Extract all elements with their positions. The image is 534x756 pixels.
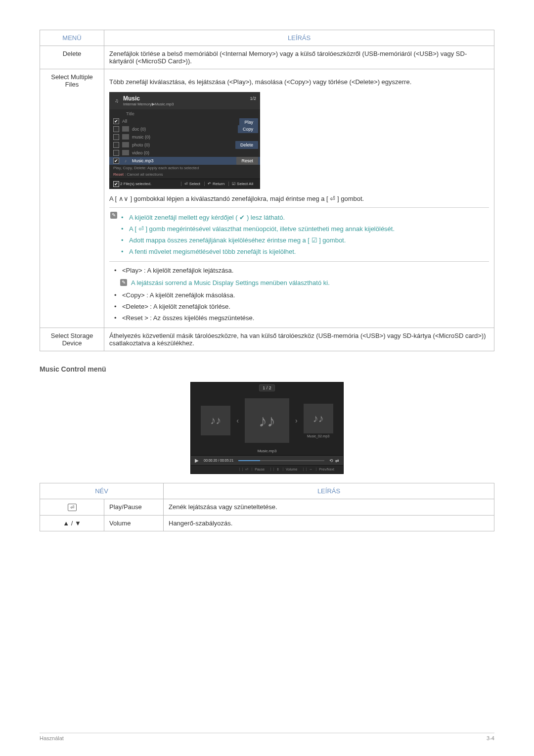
col-header-menu: MENÜ xyxy=(40,30,104,46)
checkbox-all[interactable] xyxy=(113,118,119,124)
checkbox-photo[interactable] xyxy=(113,142,119,148)
note-icon: ✎ xyxy=(120,279,127,286)
side-reset-button[interactable]: Reset xyxy=(236,157,258,165)
folder-icon xyxy=(122,134,129,140)
music-select-screenshot: ♫ Music Internal Memory▶Music.mp3 1/2 Ti… xyxy=(109,92,260,189)
row-select-storage-menu: Select Storage Device xyxy=(40,328,104,351)
player-carousel: ♪♪ ‹ ♪♪ › ♪♪ Music_02.mp3 xyxy=(191,393,343,446)
repeat-icon[interactable]: ⟲ xyxy=(329,458,333,463)
playpause-icon-cell: ⏎ xyxy=(40,499,104,516)
folder-icon xyxy=(122,150,129,155)
player-progress-bar: ▶ 00:00:20 / 00:05:21 ⟲ ⇄ xyxy=(191,455,343,465)
row-select-multiple-menu: Select Multiple Files xyxy=(40,69,104,328)
chevron-left-icon[interactable]: ‹ xyxy=(234,417,241,425)
file-music-row[interactable]: ♪ Music.mp3 Reset xyxy=(109,157,260,165)
teal-item-a: A kijelölt zenefájl mellett egy kérdőjel… xyxy=(121,212,489,223)
enter-icon: ⏎ xyxy=(184,182,188,186)
enter-icon: ⏎ xyxy=(242,468,251,471)
side-copy-button[interactable]: Copy xyxy=(238,125,258,133)
teal-item-c: Adott mappa összes zenefájljának kijelöl… xyxy=(121,235,489,246)
col-header-desc: LEÍRÁS xyxy=(104,30,494,46)
folder-photo-row[interactable]: photo (0) Delete xyxy=(109,141,260,149)
page-footer: Használat 3-4 xyxy=(40,733,494,741)
footer-right: 3-4 xyxy=(487,735,494,741)
folder-photo-label: photo (0) xyxy=(132,142,150,147)
action-bullets: <Play> : A kijelölt zenefájlok lejátszás… xyxy=(109,265,489,276)
current-thumb-col: ♪♪ xyxy=(245,398,289,443)
play-icon[interactable]: ▶ xyxy=(195,458,199,463)
screenshot-header: ♫ Music Internal Memory▶Music.mp3 1/2 xyxy=(109,92,260,109)
music-file-icon: ♪ xyxy=(122,158,129,163)
checkbox-file[interactable] xyxy=(113,158,119,164)
foot-check-icon xyxy=(113,181,119,187)
foot-select-all[interactable]: ☑Select All xyxy=(228,182,256,186)
foot-pause[interactable]: ⏎ Pause xyxy=(239,468,269,471)
menu-description-table: MENÜ LEÍRÁS Delete Zenefájlok törlése a … xyxy=(40,30,494,351)
row-select-multiple-desc: Több zenefájl kiválasztása, és lejátszás… xyxy=(104,69,494,328)
progress-track[interactable] xyxy=(238,460,324,461)
foot-volume[interactable]: ⇕ Volume xyxy=(270,468,302,471)
row-delete-desc: Zenefájlok törlése a belső memóriából (<… xyxy=(104,46,494,69)
folder-doc-row[interactable]: doc (0) Copy xyxy=(109,125,260,133)
help-text-2: Reset : Cancel all selections xyxy=(109,171,260,178)
next-thumb-col: ♪♪ Music_02.mp3 xyxy=(304,404,333,438)
prev-thumb-col: ♪♪ xyxy=(201,406,230,435)
playpause-desc: Zenék lejátszása vagy szüneteltetése. xyxy=(164,499,494,516)
teal-note-box: ✎ A kijelölt zenefájl mellett egy kérdőj… xyxy=(109,207,489,262)
volume-icon-cell: ▲ / ▼ xyxy=(40,516,104,531)
col-header-desc2: LEÍRÁS xyxy=(164,483,494,499)
folder-music-label: music (0) xyxy=(132,135,150,140)
next-thumb[interactable]: ♪♪ xyxy=(304,404,333,433)
screenshot-breadcrumb: Internal Memory▶Music.mp3 xyxy=(123,102,174,106)
all-row[interactable]: All xyxy=(109,117,260,125)
screenshot-body: Title Play All doc (0) Copy xyxy=(109,109,260,179)
arrow-instruction: A [ ∧∨ ] gombokkal lépjen a kiválasztand… xyxy=(109,194,489,204)
select-all-icon: ☑ xyxy=(232,182,235,186)
help-text-1: Play, Copy, Delete: Apply each action to… xyxy=(109,165,260,171)
foot-count: 2 File(s) selected. xyxy=(120,182,151,186)
action-bullets-2: <Copy> : A kijelölt zenefájlok másolása.… xyxy=(109,289,489,324)
player-footer: ⏎ Pause ⇕ Volume ↔ Prev/Next xyxy=(191,465,343,473)
col-header-name: NÉV xyxy=(40,483,164,499)
current-thumb[interactable]: ♪♪ xyxy=(245,398,289,443)
updown-icon: ⇕ xyxy=(273,468,282,471)
play-note-text: A lejátszási sorrend a Music Display Set… xyxy=(131,279,330,286)
foot-prevnext[interactable]: ↔ Prev/Next xyxy=(303,468,339,471)
next-thumb-caption: Music_02.mp3 xyxy=(307,434,330,438)
prev-thumb[interactable]: ♪♪ xyxy=(201,406,230,435)
footer-left: Használat xyxy=(40,735,64,741)
folder-music-row[interactable]: music (0) xyxy=(109,133,260,141)
return-icon: ↶ xyxy=(208,182,211,186)
now-playing-label: Music.mp3 xyxy=(191,446,343,455)
title-row: Title Play xyxy=(109,110,260,117)
folder-icon xyxy=(122,126,129,132)
file-label: Music.mp3 xyxy=(132,158,154,163)
play-note-line: ✎ A lejátszási sorrend a Music Display S… xyxy=(120,279,489,286)
folder-icon xyxy=(122,142,129,147)
shuffle-icon[interactable]: ⇄ xyxy=(335,458,339,463)
music-control-heading: Music Control menü xyxy=(40,365,494,373)
foot-select[interactable]: ⏎Select xyxy=(181,182,203,186)
teal-item-b: A [ ⏎ ] gomb megérintésével választhat m… xyxy=(121,223,489,235)
player-mode-icons: ⟲ ⇄ xyxy=(329,458,339,463)
checkbox-doc[interactable] xyxy=(113,126,119,132)
side-delete-button[interactable]: Delete xyxy=(235,141,258,149)
checkbox-music[interactable] xyxy=(113,134,119,140)
bullet-reset: <Reset > : Az összes kijelölés megszünte… xyxy=(114,312,489,324)
chevron-right-icon[interactable]: › xyxy=(293,417,300,425)
select-multiple-top-desc: Több zenefájl kiválasztása, és lejátszás… xyxy=(109,77,489,87)
foot-return[interactable]: ↶Return xyxy=(204,182,227,186)
leftright-icon: ↔ xyxy=(306,468,315,471)
folder-video-row[interactable]: video (0) xyxy=(109,149,260,157)
help-reset-rest: : Cancel all selections xyxy=(125,172,163,177)
screenshot-title: Music xyxy=(123,95,140,102)
folder-video-label: video (0) xyxy=(132,150,149,155)
bullet-play: <Play> : A kijelölt zenefájlok lejátszás… xyxy=(114,265,489,276)
music-player-screenshot: 1 / 2 ♪♪ ‹ ♪♪ › ♪♪ Music_02.mp3 Music.mp… xyxy=(190,382,344,474)
note-icon: ✎ xyxy=(110,212,117,219)
bullet-copy: <Copy> : A kijelölt zenefájlok másolása. xyxy=(114,289,489,301)
player-page-area: 1 / 2 xyxy=(191,382,343,393)
music-control-table: NÉV LEÍRÁS ⏎ Play/Pause Zenék lejátszása… xyxy=(40,483,494,531)
enter-icon: ⏎ xyxy=(68,504,77,511)
checkbox-video[interactable] xyxy=(113,150,119,156)
